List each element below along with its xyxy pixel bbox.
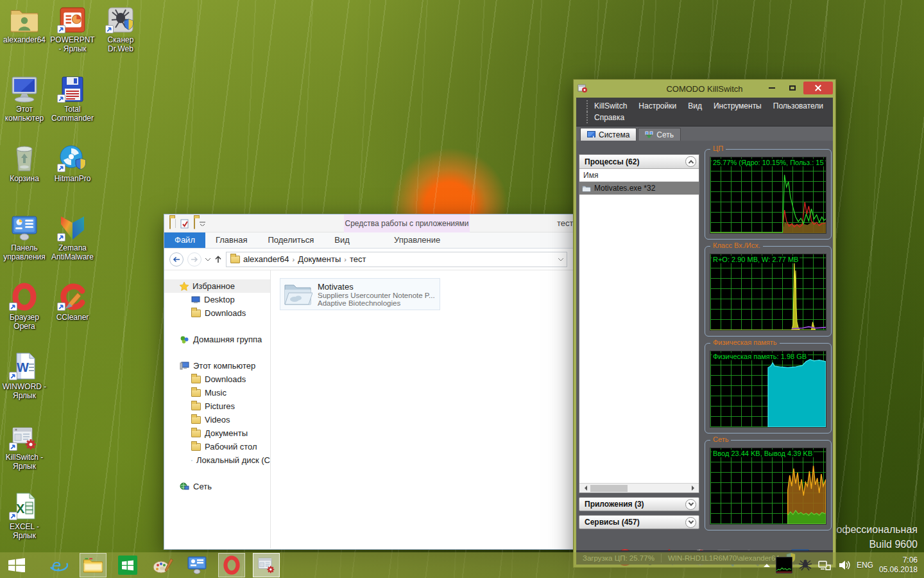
desktop-icon-excel[interactable]: X EXCEL - Ярлык	[1, 491, 47, 540]
folder-icon[interactable]	[169, 218, 171, 229]
taskbar-store[interactable]	[114, 553, 141, 577]
nav-this-pc[interactable]: Этот компьютер	[164, 359, 270, 372]
nav-videos[interactable]: Videos	[164, 413, 270, 426]
desktop-icon-winword[interactable]: W WINWORD - Ярлык	[1, 351, 47, 400]
taskbar-display-settings[interactable]	[184, 553, 210, 577]
tab-network[interactable]: Сеть	[638, 128, 681, 141]
system-tab-icon	[587, 131, 595, 138]
close-button[interactable]	[803, 82, 833, 94]
nav-desktop[interactable]: Desktop	[164, 293, 270, 306]
desktop-icon-powerpoint[interactable]: POWERPNT - Ярлык	[49, 4, 96, 53]
memory-graph-group: Физическая память Физическая память: 1.9…	[705, 343, 832, 434]
explorer-titlebar[interactable]: Средства работы с приложениями тест	[164, 215, 612, 232]
desktop-icon-this-pc[interactable]: Этот компьютер	[1, 73, 47, 123]
cpu-graph-label: ЦП	[710, 144, 726, 152]
processes-header[interactable]: Процессы (62)	[579, 155, 699, 169]
nav-favorites[interactable]: Избранное	[164, 279, 270, 293]
desktop-icon-drweb-scanner[interactable]: Сканер Dr.Web	[98, 4, 144, 53]
file-item-motivates[interactable]: Motivates Suppliers Usercounter Notenote…	[280, 278, 440, 310]
nav-documents[interactable]: Документы	[164, 426, 270, 440]
scrollbar-thumb[interactable]	[590, 485, 628, 492]
properties-doc-icon[interactable]	[180, 219, 189, 229]
nav-downloads[interactable]: Downloads	[164, 306, 270, 320]
taskbar-file-explorer[interactable]	[80, 553, 107, 577]
star-icon	[180, 282, 189, 291]
svg-text:e: e	[52, 556, 61, 575]
tab-manage[interactable]: Управление	[384, 232, 450, 245]
volume-tray-icon[interactable]	[838, 559, 851, 571]
taskbar-killswitch[interactable]	[253, 553, 280, 577]
nav-desktop-folder[interactable]: Рабочий стол	[164, 440, 270, 453]
recent-dropdown-icon[interactable]	[205, 258, 210, 261]
nav-pictures[interactable]: Pictures	[164, 399, 270, 413]
nav-music[interactable]: Music	[164, 386, 270, 399]
menu-help[interactable]: Справка	[594, 113, 624, 122]
process-row-selected[interactable]: Motivates.exe *32	[579, 182, 699, 195]
watermark-edition: Профессиональная	[823, 522, 918, 537]
nav-network[interactable]: Сеть	[164, 480, 270, 493]
nav-local-disk[interactable]: Локальный диск (C	[164, 453, 270, 467]
file-explorer-icon	[82, 557, 104, 574]
tab-system[interactable]: Система	[580, 128, 637, 141]
tab-file[interactable]: Файл	[164, 232, 205, 248]
taskbar-opera[interactable]	[218, 553, 245, 577]
menu-users[interactable]: Пользователи	[773, 101, 823, 110]
applications-header[interactable]: Приложения (3)	[579, 497, 699, 511]
name-column-header[interactable]: Имя	[579, 169, 699, 182]
taskbar-clock[interactable]: 7:06 05.06.2018	[879, 556, 918, 575]
language-indicator[interactable]: ENG	[857, 561, 873, 570]
recycle-bin-icon	[9, 143, 40, 172]
desktop-icon-killswitch[interactable]: KillSwitch - Ярлык	[1, 421, 47, 471]
start-button[interactable]	[0, 552, 33, 578]
desktop-icon-opera[interactable]: Браузер Opera	[1, 281, 47, 331]
address-dropdown-icon[interactable]	[558, 258, 563, 261]
disk-icon	[191, 457, 193, 464]
shortcut-arrow-icon	[57, 302, 65, 311]
services-header[interactable]: Сервисы (457)	[579, 515, 699, 529]
qat-dropdown-icon[interactable]	[200, 221, 205, 226]
expand-button[interactable]	[685, 499, 696, 510]
desktop-icon-total-commander[interactable]: Total Commander	[49, 73, 96, 123]
show-hidden-icons-chevron[interactable]	[764, 561, 770, 567]
nav-homegroup[interactable]: Домашняя группа	[164, 333, 270, 346]
horizontal-scrollbar[interactable]	[579, 483, 699, 493]
network-tray-icon[interactable]	[818, 559, 832, 571]
breadcrumb-user[interactable]: alexander64	[243, 254, 289, 264]
killswitch-titlebar[interactable]: COMODO KillSwitch	[574, 80, 835, 98]
desktop-icon-label: Zemana AntiMalware	[49, 243, 96, 261]
cpu-meter-tray-icon[interactable]	[776, 557, 792, 574]
menu-settings[interactable]: Настройки	[638, 101, 676, 110]
collapse-button[interactable]	[685, 156, 696, 167]
desktop-icon-zemana[interactable]: Zemana AntiMalware	[49, 212, 96, 261]
new-folder-icon[interactable]	[194, 218, 195, 229]
desktop-icon-control-panel[interactable]: Панель управления	[1, 212, 47, 261]
desktop-icon-hitmanpro[interactable]: HitmanPro	[49, 143, 96, 183]
scroll-left-arrow[interactable]	[579, 484, 589, 493]
scroll-right-arrow[interactable]	[689, 484, 699, 493]
desktop-icon-recycle-bin[interactable]: Корзина	[1, 143, 47, 183]
taskbar-ie[interactable]: e	[45, 553, 72, 577]
taskbar-paint[interactable]	[149, 553, 176, 577]
expand-button[interactable]	[685, 517, 696, 528]
desktop-icon-ccleaner[interactable]: CCleaner	[49, 281, 96, 322]
maximize-button[interactable]	[783, 82, 802, 94]
tab-home[interactable]: Главная	[205, 232, 257, 248]
nav-pc-downloads[interactable]: Downloads	[164, 372, 270, 386]
menu-killswitch[interactable]: KillSwitch	[594, 101, 627, 110]
tab-view[interactable]: Вид	[324, 232, 360, 248]
breadcrumb-current-folder[interactable]: тест	[350, 254, 366, 264]
menu-view[interactable]: Вид	[688, 101, 702, 110]
up-button[interactable]	[214, 256, 222, 263]
drweb-spider-tray-icon[interactable]	[798, 558, 812, 572]
computer-icon	[180, 362, 189, 370]
address-bar[interactable]: alexander64 › Документы › тест	[226, 252, 567, 267]
minimize-button[interactable]	[762, 82, 782, 94]
disk-io-graph: R+O: 2.90 MB, W: 2.77 MB	[710, 254, 826, 331]
desktop-icon-alexander64[interactable]: alexander64	[1, 4, 47, 44]
tab-share[interactable]: Поделиться	[257, 232, 324, 248]
menu-tools[interactable]: Инструменты	[714, 101, 762, 110]
forward-button[interactable]	[187, 252, 201, 267]
shortcut-arrow-icon	[57, 233, 65, 241]
back-button[interactable]	[169, 252, 184, 267]
breadcrumb-documents[interactable]: Документы	[298, 254, 341, 264]
